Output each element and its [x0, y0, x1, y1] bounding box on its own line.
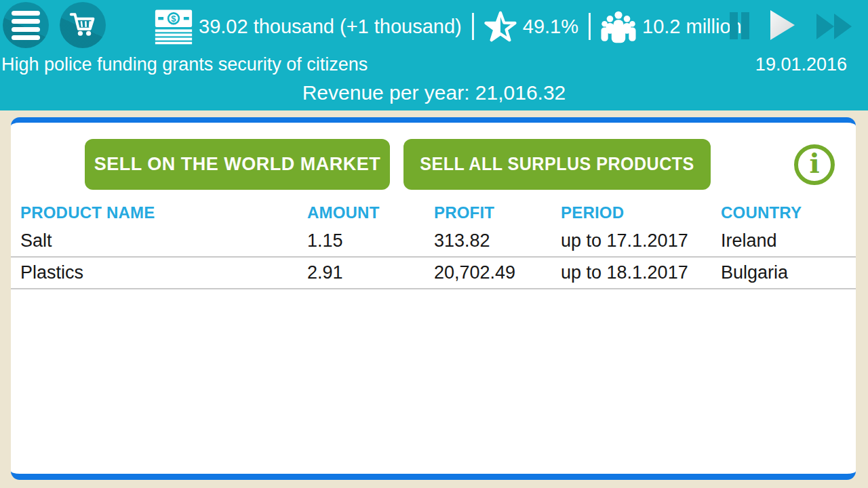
col-period: PERIOD — [561, 203, 721, 226]
col-product-name: PRODUCT NAME — [20, 203, 307, 226]
shopping-cart-icon — [67, 9, 98, 41]
menu-button[interactable] — [3, 2, 49, 48]
cell-country: Ireland — [721, 226, 856, 256]
news-row: High police funding grants security of c… — [0, 54, 868, 77]
money-value: 39.02 thousand (+1 thousand) — [199, 16, 462, 38]
money-icon: $ — [155, 7, 193, 45]
cell-product: Salt — [20, 226, 307, 256]
table-row[interactable]: Salt 1.15 313.82 up to 17.1.2017 Ireland — [11, 226, 856, 258]
top-status-header: $ 39.02 thousand (+1 thousand) 49.1% — [0, 0, 868, 110]
world-market-panel: SELL ON THE WORLD MARKET SELL ALL SURPLU… — [11, 117, 856, 480]
game-screen: $ 39.02 thousand (+1 thousand) 49.1% — [0, 0, 868, 488]
cell-period: up to 17.1.2017 — [561, 226, 721, 256]
cell-country: Bulgaria — [721, 258, 856, 288]
sell-all-surplus-button[interactable]: SELL ALL SURPLUS PRODUCTS — [403, 139, 711, 190]
status-bar: $ 39.02 thousand (+1 thousand) 49.1% — [0, 0, 868, 53]
hamburger-menu-icon — [12, 11, 40, 40]
revenue-label: Revenue per year: — [302, 81, 470, 104]
approval-star-icon — [484, 11, 517, 42]
country-stats: $ 39.02 thousand (+1 thousand) 49.1% — [155, 0, 742, 53]
contracts-table: PRODUCT NAME AMOUNT PROFIT PERIOD COUNTR… — [11, 203, 856, 289]
time-controls — [726, 0, 868, 53]
news-ticker: High police funding grants security of c… — [1, 54, 368, 75]
revenue-line: Revenue per year: 21,016.32 — [0, 81, 868, 104]
col-country: COUNTRY — [721, 203, 856, 226]
divider — [472, 13, 474, 40]
svg-text:$: $ — [171, 14, 176, 24]
pause-icon — [730, 12, 738, 39]
population-icon — [601, 9, 636, 43]
info-icon: i — [809, 150, 819, 177]
revenue-value: 21,016.32 — [475, 81, 566, 104]
cell-profit: 313.82 — [434, 226, 561, 256]
cell-amount: 2.91 — [307, 258, 434, 288]
fast-forward-icon — [816, 14, 852, 39]
col-amount: AMOUNT — [307, 203, 434, 226]
divider — [589, 13, 591, 40]
game-date: 19.01.2016 — [755, 54, 847, 75]
table-header-row: PRODUCT NAME AMOUNT PROFIT PERIOD COUNTR… — [11, 203, 856, 226]
cell-profit: 20,702.49 — [434, 258, 561, 288]
cart-button[interactable] — [60, 2, 106, 48]
cell-amount: 1.15 — [307, 226, 434, 256]
info-button[interactable]: i — [794, 144, 835, 185]
pause-button[interactable] — [730, 12, 750, 39]
approval-value: 49.1% — [523, 16, 578, 38]
play-button[interactable] — [770, 10, 795, 42]
play-icon — [770, 10, 795, 40]
cell-product: Plastics — [20, 258, 307, 288]
cell-period: up to 18.1.2017 — [561, 258, 721, 288]
table-row[interactable]: Plastics 2.91 20,702.49 up to 18.1.2017 … — [11, 258, 856, 289]
fast-forward-button[interactable] — [816, 14, 852, 41]
col-profit: PROFIT — [434, 203, 561, 226]
sell-world-market-button[interactable]: SELL ON THE WORLD MARKET — [85, 139, 390, 190]
